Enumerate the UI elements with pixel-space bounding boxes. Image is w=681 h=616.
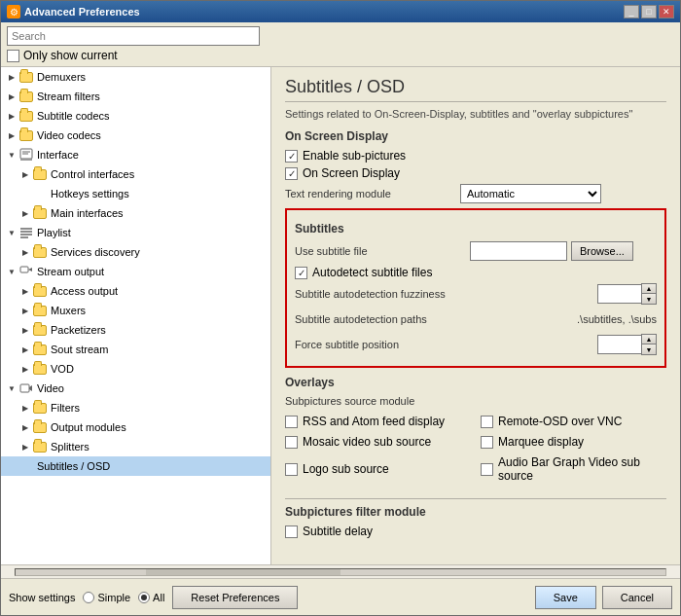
spin-down-button[interactable]: ▼ [642, 344, 656, 354]
reset-preferences-button[interactable]: Reset Preferences [172, 586, 298, 609]
sidebar-item-sout-stream[interactable]: ▶ Sout stream [1, 340, 270, 359]
only-show-current-checkbox[interactable] [7, 50, 19, 62]
sidebar-item-output-modules[interactable]: ▶ Output modules [1, 417, 270, 437]
autodetect-subtitle-checkbox[interactable] [295, 267, 307, 279]
sidebar-label-video-codecs: Video codecs [37, 129, 101, 141]
sidebar-item-control-interfaces[interactable]: ▶ Control interfaces [1, 164, 270, 184]
text-rendering-module-dropdown[interactable]: Automatic None FreeType2 font renderer [460, 184, 601, 203]
sidebar-item-subtitles-osd[interactable]: Subtitles / OSD [1, 456, 270, 476]
only-show-current-label: Only show current [23, 49, 118, 62]
content-area: Subtitles / OSD Settings related to On-S… [271, 67, 680, 564]
use-subtitle-file-row: Use subtitle file Browse... [295, 241, 657, 261]
sidebar-item-main-interfaces[interactable]: ▶ Main interfaces [1, 203, 270, 223]
use-subtitle-file-label: Use subtitle file [295, 245, 470, 257]
sidebar: ▶ Demuxers ▶ Stream filters ▶ Subtitle c… [1, 67, 271, 564]
sidebar-item-muxers[interactable]: ▶ Muxers [1, 301, 270, 320]
show-settings-group: Show settings Simple All Reset Preferenc… [9, 586, 298, 609]
force-subtitle-input[interactable]: 0 [597, 335, 641, 354]
cancel-button[interactable]: Cancel [602, 586, 672, 609]
radio-all[interactable] [138, 592, 150, 603]
enable-subpictures-row: Enable sub-pictures [285, 149, 666, 163]
on-screen-display-row: On Screen Display [285, 166, 666, 180]
subtitle-delay-row: Subtitle delay [285, 525, 666, 538]
subpictures-sources-grid: RSS and Atom feed display Remote-OSD ove… [285, 411, 666, 490]
text-rendering-control: Automatic None FreeType2 font renderer [460, 184, 666, 203]
spin-up-button[interactable]: ▲ [642, 284, 656, 294]
save-button[interactable]: Save [535, 586, 596, 609]
sidebar-item-video-codecs[interactable]: ▶ Video codecs [1, 126, 270, 145]
audio-bar-graph-checkbox[interactable] [481, 463, 493, 476]
spin-up-button[interactable]: ▲ [642, 335, 656, 344]
sidebar-item-demuxers[interactable]: ▶ Demuxers [1, 67, 270, 87]
text-rendering-module-label: Text rendering module [285, 188, 460, 199]
title-bar: ⚙ Advanced Preferences _ □ ✕ [1, 1, 680, 22]
rss-atom-checkbox[interactable] [285, 416, 298, 428]
sidebar-item-access-output[interactable]: ▶ Access output [1, 281, 270, 301]
overlays-section: Overlays Subpictures source module RSS a… [285, 376, 666, 490]
sidebar-item-video[interactable]: ▼ Video [1, 379, 270, 398]
browse-button[interactable]: Browse... [571, 241, 633, 261]
radio-group: Simple All [83, 592, 164, 603]
folder-icon [32, 361, 48, 377]
playlist-icon [18, 225, 34, 240]
minimize-button[interactable]: _ [624, 5, 639, 18]
sidebar-item-playlist[interactable]: ▼ Playlist [1, 223, 270, 242]
search-input[interactable] [7, 26, 260, 46]
close-button[interactable]: ✕ [659, 5, 674, 18]
radio-simple-label: Simple [97, 592, 130, 603]
radio-simple-item: Simple [83, 592, 130, 603]
logo-row: Logo sub source [285, 455, 471, 483]
remote-osd-row: Remote-OSD over VNC [481, 415, 666, 428]
svg-rect-1 [20, 159, 32, 161]
radio-simple[interactable] [83, 592, 94, 603]
horizontal-scrollbar[interactable] [1, 564, 680, 578]
arrow-icon: ▶ [18, 284, 32, 298]
spin-down-button[interactable]: ▼ [642, 294, 656, 304]
remote-osd-checkbox[interactable] [481, 416, 493, 428]
subtitle-file-input[interactable] [470, 241, 567, 261]
mosaic-row: Mosaic video sub source [285, 435, 471, 449]
arrow-icon: ▼ [5, 265, 18, 278]
logo-label: Logo sub source [303, 462, 389, 476]
sidebar-item-filters[interactable]: ▶ Filters [1, 398, 270, 417]
subtitle-fuzziness-label: Subtitle autodetection fuzziness [295, 288, 470, 300]
scrollbar-thumb[interactable] [146, 569, 340, 575]
subtitles-header: Subtitles [295, 222, 657, 236]
folder-icon [18, 127, 34, 143]
folder-icon [18, 69, 34, 85]
sidebar-item-subtitle-codecs[interactable]: ▶ Subtitle codecs [1, 106, 270, 126]
folder-icon [32, 419, 48, 435]
stream-output-icon [18, 264, 34, 279]
sidebar-label-playlist: Playlist [37, 227, 71, 238]
sidebar-item-hotkeys-settings[interactable]: Hotkeys settings [1, 184, 270, 203]
page-description: Settings related to On-Screen-Display, s… [285, 108, 666, 120]
sidebar-item-stream-output[interactable]: ▼ Stream output [1, 262, 270, 281]
sidebar-item-stream-filters[interactable]: ▶ Stream filters [1, 87, 270, 106]
enable-subpictures-checkbox[interactable] [285, 150, 298, 163]
sidebar-item-services-discovery[interactable]: ▶ Services discovery [1, 242, 270, 262]
force-subtitle-control: 0 ▲ ▼ [470, 334, 657, 355]
folder-icon [32, 342, 48, 357]
sidebar-label-subtitles-osd: Subtitles / OSD [37, 460, 110, 472]
subtitle-delay-checkbox[interactable] [285, 525, 298, 538]
interface-icon [18, 147, 34, 163]
sidebar-item-vod[interactable]: ▶ VOD [1, 359, 270, 379]
subpictures-filter-header: Subpictures filter module [285, 505, 666, 519]
folder-icon [32, 303, 48, 318]
maximize-button[interactable]: □ [641, 5, 657, 18]
arrow-icon: ▶ [18, 401, 32, 415]
subtitle-fuzziness-input[interactable]: 3 [597, 284, 641, 304]
radio-all-item: All [138, 592, 164, 603]
on-screen-display-label: On Screen Display [303, 166, 400, 180]
mosaic-checkbox[interactable] [285, 436, 298, 449]
folder-icon [32, 322, 48, 338]
sidebar-item-splitters[interactable]: ▶ Splitters [1, 437, 270, 456]
rss-atom-row: RSS and Atom feed display [285, 415, 471, 428]
logo-checkbox[interactable] [285, 463, 298, 476]
sidebar-label-interface: Interface [37, 149, 79, 161]
on-screen-display-checkbox[interactable] [285, 167, 298, 180]
sidebar-item-packetizers[interactable]: ▶ Packetizers [1, 320, 270, 340]
sidebar-label-access-output: Access output [51, 285, 118, 297]
sidebar-item-interface[interactable]: ▼ Interface [1, 145, 270, 164]
marquee-checkbox[interactable] [481, 436, 493, 449]
